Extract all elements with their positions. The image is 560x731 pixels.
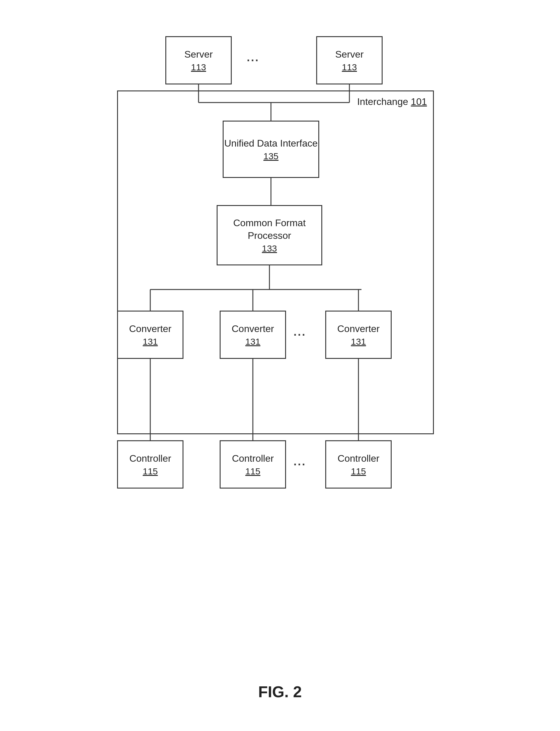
server-right-label: Server [335,48,364,61]
controller-center-label: Controller [232,452,274,465]
controller-right-number: 115 [351,466,366,476]
converter-center-number: 131 [245,337,260,347]
controller-left-number: 115 [143,466,158,476]
cfp-box: Common Format Processor 133 [217,205,322,266]
interchange-label: Interchange 101 [357,96,427,107]
converter-right-number: 131 [351,337,366,347]
server-left-number: 113 [191,62,206,72]
converter-left-label: Converter [129,323,172,335]
controller-right-label: Controller [338,452,380,465]
controller-right-box: Controller 115 [325,440,392,488]
converter-left-box: Converter 131 [117,311,183,359]
udi-label: Unified Data Interface [224,137,318,150]
server-left-box: Server 113 [165,36,232,84]
server-right-box: Server 113 [316,36,383,84]
figure-caption: FIG. 2 [258,683,302,701]
converter-center-box: Converter 131 [220,311,286,359]
converter-right-box: Converter 131 [325,311,392,359]
converter-center-label: Converter [232,323,274,335]
converter-left-number: 131 [143,337,158,347]
server-right-number: 113 [342,62,357,72]
dots-between-controllers: ... [294,455,306,468]
controller-left-box: Controller 115 [117,440,183,488]
cfp-number: 133 [262,243,277,254]
diagram-container: Server 113 ... Server 113 Interchange 10… [99,18,461,682]
dots-between-converters: ... [294,326,306,339]
converter-right-label: Converter [337,323,380,335]
server-left-label: Server [184,48,213,61]
cfp-label: Common Format Processor [218,217,321,242]
controller-center-box: Controller 115 [220,440,286,488]
controller-center-number: 115 [245,466,260,476]
udi-box: Unified Data Interface 135 [223,121,319,178]
dots-between-servers: ... [247,51,259,64]
controller-left-label: Controller [129,452,171,465]
udi-number: 135 [263,151,278,161]
